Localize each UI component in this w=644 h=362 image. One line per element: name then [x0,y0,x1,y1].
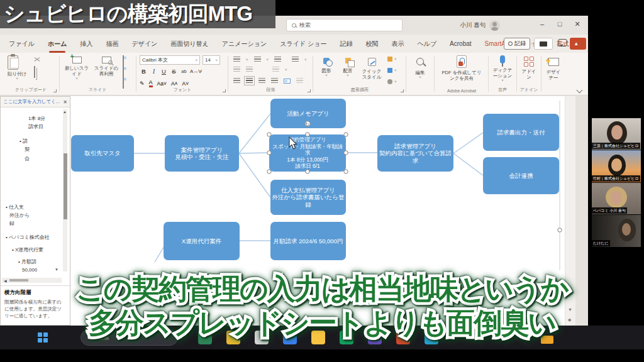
tab-help[interactable]: ヘルプ [417,40,436,48]
pane-line[interactable]: • ペパコミ株式会社 [6,234,50,241]
diagram-box-kaikei[interactable]: 会計連携 [483,157,559,194]
increase-indent-icon[interactable] [246,67,253,72]
text-pane-vscrollbar[interactable] [63,109,67,272]
text-direction-icon[interactable] [272,67,279,72]
drawing-dialog-launcher[interactable] [401,89,404,92]
align-center-icon[interactable] [246,78,253,84]
bullets-icon[interactable] [233,57,240,62]
diagram-box-seikyu-kanri[interactable]: 請求管理アプリ 契約内容に基づいて合算請求 [377,135,453,172]
shrink-font-button[interactable]: A˅ [182,80,189,87]
reuse-slides-button[interactable]: スライドの再利用 [93,57,119,77]
reuse-slides-icon [102,57,111,63]
diagram-box-getsugaku[interactable]: 月額請求 2024/6 50,000円 [270,222,346,260]
tab-file[interactable]: ファイル [9,40,35,48]
clipboard-dialog-launcher[interactable] [53,89,57,92]
tab-review[interactable]: 校閲 [365,40,378,48]
italic-button[interactable]: I [150,69,158,75]
video-tile[interactable]: 竹村｜株式会社シュビヒロ [592,150,641,182]
app-search-box[interactable]: 検索 [286,19,402,31]
addins-button[interactable]: アドイン [520,57,538,80]
shadow-button[interactable]: ab [180,69,188,74]
scroll-up-icon[interactable]: ▲ [63,110,67,114]
convert-smartart-icon[interactable] [296,78,303,84]
tab-home[interactable]: ホーム [48,40,67,48]
underline-button[interactable]: U [160,68,168,75]
text-pane-close-icon[interactable]: ✕ [63,99,67,105]
diagram-box-shiire[interactable]: 仕入支払管理アプリ 外注から請求書届いたら登録 [270,180,346,215]
align-left-icon[interactable] [233,78,240,84]
shape-fill-button[interactable]: ˅ [387,57,397,62]
font-name-select[interactable]: Calibri 本文˅ [140,55,200,65]
strikethrough-button[interactable]: S [170,68,178,75]
collapse-ribbon-chevron[interactable] [577,87,583,94]
pane-line[interactable]: • 請 [19,138,28,145]
pane-line[interactable]: 契 [25,146,30,153]
tab-transitions[interactable]: 画面切り替え [170,40,208,48]
tab-animations[interactable]: アニメーション [222,40,267,48]
record-button[interactable]: 記録 [504,38,530,50]
presenter-device-button[interactable] [534,38,553,50]
tab-acrobat[interactable]: Acrobat [450,40,471,47]
font-dialog-launcher[interactable] [223,89,226,92]
participant-name: 三原｜株式会社シュビヒロ [592,143,640,149]
shapes-button[interactable]: 図形 ˅ [317,58,336,78]
diagram-box-torihikisaki[interactable]: 取引先マスタ [71,135,134,172]
shape-outline-button[interactable]: ˅ [387,68,397,73]
dictation-button[interactable]: ディクテーション ˅ [491,55,514,83]
columns-icon[interactable] [284,79,291,84]
list-level-icon[interactable] [274,57,281,62]
justify-icon[interactable] [271,78,278,84]
pane-line[interactable]: • 仕入支 [6,204,24,211]
tab-view[interactable]: 表示 [391,40,404,48]
numbering-icon[interactable] [254,57,261,62]
tab-design[interactable]: デザイン [131,40,157,48]
tab-insert[interactable]: 挿入 [80,40,92,48]
tab-draw[interactable]: 描画 [106,40,118,48]
share-button[interactable]: ▲˅ [570,38,586,50]
diagram-box-xunyo[interactable]: X運用代行案件 [164,222,240,260]
tab-record[interactable]: 記録 [340,40,352,48]
copy-icon [34,66,35,78]
char-spacing-button[interactable]: A↔V [190,69,198,74]
quick-styles-button[interactable]: クイック スタイル [360,58,384,80]
pane-line[interactable]: • 月額請 [18,259,36,265]
new-slide-button[interactable]: 新しいスライド ˅ [64,57,89,81]
video-tile[interactable]: たけたに [592,215,641,247]
pane-line[interactable]: 合 [25,156,30,162]
tab-slideshow[interactable]: スライド ショー [280,40,326,48]
change-case-button[interactable]: Aa˅ [157,80,167,87]
maximize-button[interactable]: □ [552,20,568,28]
pane-line[interactable]: • X運用代行案 [12,247,43,253]
designer-button[interactable]: デザイナー [545,58,562,80]
shape-effects-button[interactable]: ˅ [387,79,397,84]
diagram-box-seikyusho[interactable]: 請求書出力・送付 [483,114,559,151]
line-spacing-icon[interactable] [292,57,299,62]
pane-line[interactable]: 録 [9,221,14,227]
align-right-icon[interactable] [258,78,265,84]
diagram-box-anken[interactable]: 案件管理アプリ 見積中・受注・失注 [165,135,239,172]
account-area[interactable]: 小川 喜句 [460,20,500,31]
diagram-box-katsudo-memo[interactable]: 活動メモアプリ [270,99,346,128]
highlight-color-button[interactable]: ✎ [140,80,145,87]
video-tile[interactable]: 三原｜株式会社シュビヒロ [592,118,641,150]
editing-button[interactable]: 編集 ˅ [411,58,429,80]
comments-button[interactable] [558,39,567,47]
pane-line[interactable]: 外注から [9,212,30,219]
spacing-caret[interactable]: ˅ [200,70,203,74]
minimize-button[interactable]: – [534,20,550,28]
pane-line[interactable]: 1本 8分 [28,116,45,122]
arrange-button[interactable]: 配置 ˅ [338,58,357,78]
grow-font-button[interactable]: A˄ [171,80,178,87]
video-tile[interactable]: ペパコミ 小川 喜句 [592,183,641,214]
decrease-indent-icon[interactable] [233,67,240,72]
shapes-icon [323,58,330,64]
bold-button[interactable]: B [140,68,148,75]
paste-button[interactable]: 貼り付け ˅ [8,55,26,81]
pane-line[interactable]: 請求日 [28,124,43,130]
font-size-select[interactable]: 14˅ [203,55,220,65]
diagram-box-keiyaku-selected[interactable]: 契約管理アプリ スポット・月額請求・年額請求 1本 8分 13,000円 請求日… [269,134,346,172]
copy-button[interactable] [34,67,35,78]
paragraph-dialog-launcher[interactable] [308,89,311,92]
close-button[interactable]: ✕ [569,20,586,28]
create-pdf-button[interactable]: PDF を作成してリンクを共有 [441,55,482,81]
